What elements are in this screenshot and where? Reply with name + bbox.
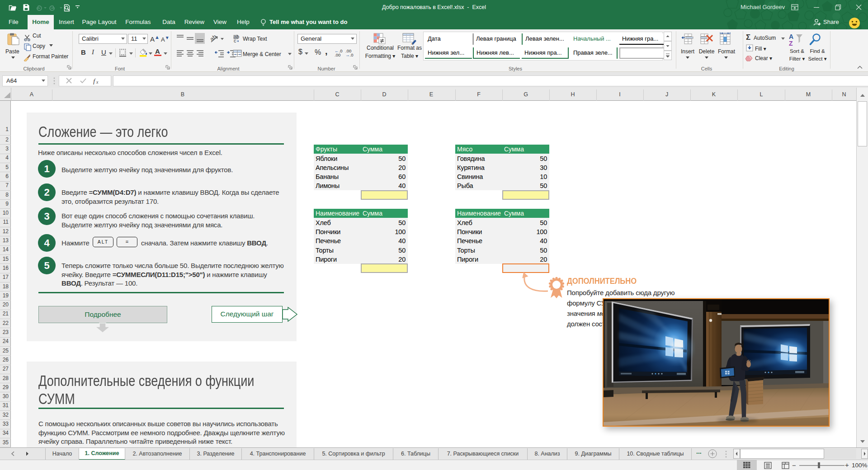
svg-text:c: c xyxy=(234,38,236,43)
svg-text:A: A xyxy=(789,33,793,40)
svg-text:Z: Z xyxy=(789,40,793,47)
svg-text:x: x xyxy=(96,80,99,85)
svg-text:ab: ab xyxy=(208,33,218,42)
svg-text:f: f xyxy=(93,78,96,85)
